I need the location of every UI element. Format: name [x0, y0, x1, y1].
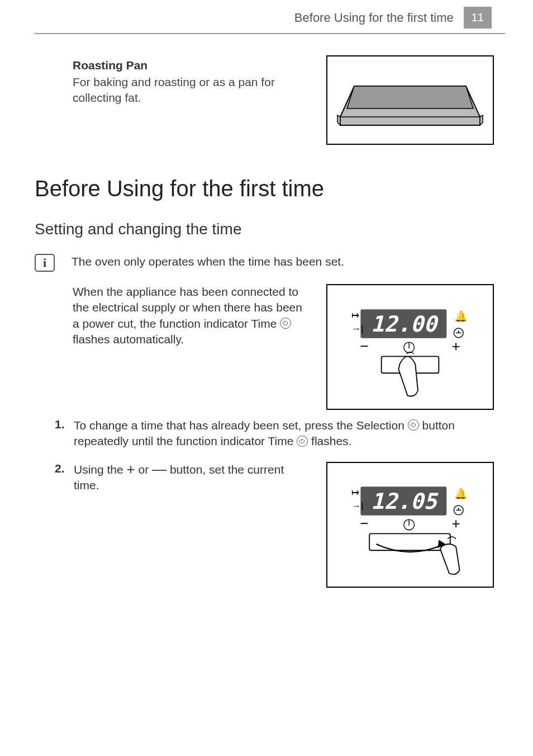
- svg-text:+: +: [452, 338, 460, 355]
- info-note-text: The oven only operates when the time has…: [72, 254, 344, 268]
- svg-text:↦: ↦: [351, 310, 359, 321]
- info-icon: i: [35, 254, 55, 272]
- page-header: Before Using for the first time 11: [35, 0, 505, 34]
- header-title: Before Using for the first time: [294, 11, 454, 25]
- intro-pre: When the appliance has been connected to…: [73, 285, 302, 330]
- step-2: 2. Using the + or — button, set the curr…: [73, 462, 494, 588]
- roasting-pan-section: Roasting Pan For baking and roasting or …: [73, 55, 494, 145]
- svg-text:−: −: [360, 515, 368, 532]
- main-heading: Before Using for the first time: [35, 176, 494, 201]
- step-1-body: 1. To change a time that has already bee…: [73, 418, 494, 450]
- page-content: Roasting Pan For baking and roasting or …: [0, 34, 533, 588]
- info-letter-icon: i: [43, 256, 46, 270]
- step-1: 1. To change a time that has already bee…: [73, 418, 494, 450]
- intro-paragraph-row: When the appliance has been connected to…: [73, 284, 494, 410]
- svg-text:→|: →|: [351, 500, 363, 511]
- svg-text:🔔: 🔔: [454, 487, 468, 500]
- roasting-text: Roasting Pan For baking and roasting or …: [73, 55, 310, 145]
- roasting-description: For baking and roasting or as a pan for …: [73, 74, 310, 106]
- sub-heading: Setting and changing the time: [35, 220, 494, 238]
- svg-text:🔔: 🔔: [454, 310, 468, 323]
- roasting-title: Roasting Pan: [73, 59, 310, 72]
- page: Before Using for the first time 11 Roast…: [0, 0, 533, 588]
- roasting-pan-icon: [335, 69, 486, 131]
- svg-text:↦: ↦: [351, 488, 359, 498]
- selection-clock-icon: ⏲: [408, 419, 419, 431]
- svg-text:+: +: [452, 515, 460, 532]
- step-2-text: Using the + or — button, set the current…: [74, 462, 311, 494]
- intro-post: flashes automatically.: [73, 333, 184, 346]
- step-2-mid: or: [135, 463, 152, 476]
- clock-time-icon: ⏲: [280, 318, 291, 329]
- step-2-body: 2. Using the + or — button, set the curr…: [73, 462, 311, 494]
- info-note-row: i The oven only operates when the time h…: [35, 254, 494, 272]
- step-2-number: 2.: [55, 462, 68, 494]
- step-1-text: To change a time that has already been s…: [74, 418, 494, 450]
- step-1-post: flashes.: [308, 434, 351, 447]
- roasting-pan-illustration: [326, 55, 494, 145]
- timer-value-1: 12.00: [371, 311, 439, 337]
- time-clock-icon: ⏲: [297, 436, 308, 447]
- timer-display-svg-1: 12.00 ↦ →| 🔔 − +: [332, 289, 488, 406]
- step-list: 1. To change a time that has already bee…: [73, 418, 494, 588]
- timer-illustration-2: 12.05 ↦ →| 🔔 − +: [326, 462, 494, 588]
- step-1-number: 1.: [55, 418, 68, 450]
- step-1-pre: To change a time that has already been s…: [74, 419, 408, 432]
- svg-text:−: −: [360, 338, 368, 355]
- intro-paragraph: When the appliance has been connected to…: [73, 284, 311, 410]
- timer-illustration-1: 12.00 ↦ →| 🔔 − +: [326, 284, 494, 410]
- step-2-pre: Using the: [74, 463, 127, 476]
- timer-value-2: 12.05: [371, 489, 439, 514]
- timer-display-svg-2: 12.05 ↦ →| 🔔 − +: [332, 466, 488, 583]
- svg-text:→|: →|: [351, 323, 363, 333]
- page-number: 11: [464, 7, 492, 29]
